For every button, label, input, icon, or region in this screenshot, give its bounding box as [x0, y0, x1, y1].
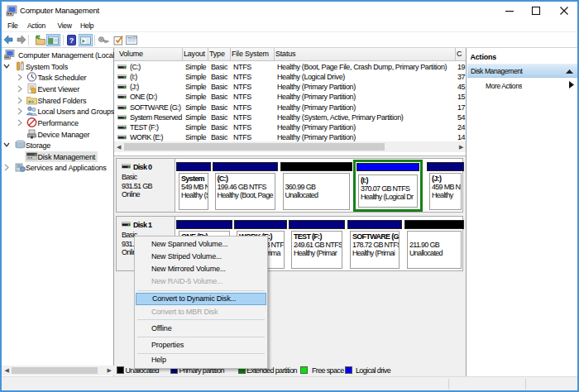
svg-text:?: ? [69, 36, 74, 45]
